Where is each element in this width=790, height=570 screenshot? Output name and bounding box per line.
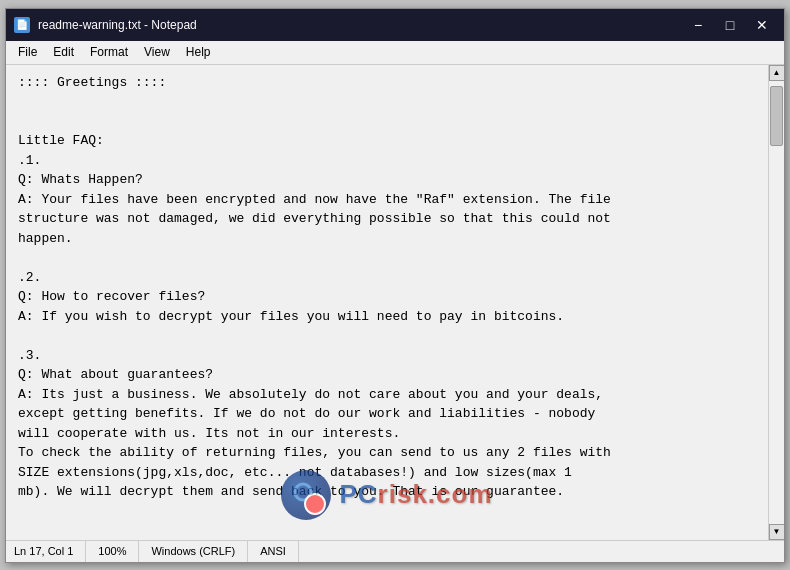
- menu-format[interactable]: Format: [82, 43, 136, 61]
- title-bar: 📄 readme-warning.txt - Notepad − □ ✕: [6, 9, 784, 41]
- scroll-thumb[interactable]: [770, 86, 783, 146]
- menu-bar: File Edit Format View Help: [6, 41, 784, 65]
- status-line-ending: Windows (CRLF): [139, 541, 248, 562]
- menu-help[interactable]: Help: [178, 43, 219, 61]
- maximize-button[interactable]: □: [716, 15, 744, 35]
- menu-view[interactable]: View: [136, 43, 178, 61]
- menu-file[interactable]: File: [10, 43, 45, 61]
- scroll-up-button[interactable]: ▲: [769, 65, 785, 81]
- status-bar: Ln 17, Col 1 100% Windows (CRLF) ANSI: [6, 540, 784, 562]
- notepad-window: 📄 readme-warning.txt - Notepad − □ ✕ Fil…: [5, 8, 785, 563]
- content-wrapper: :::: Greetings :::: Little FAQ: .1. Q: W…: [6, 65, 784, 540]
- status-position: Ln 17, Col 1: [10, 541, 86, 562]
- close-button[interactable]: ✕: [748, 15, 776, 35]
- scrollbar[interactable]: ▲ ▼: [768, 65, 784, 540]
- scroll-down-button[interactable]: ▼: [769, 524, 785, 540]
- scroll-track[interactable]: [769, 81, 784, 524]
- window-title: readme-warning.txt - Notepad: [38, 18, 684, 32]
- status-zoom: 100%: [86, 541, 139, 562]
- text-editor[interactable]: :::: Greetings :::: Little FAQ: .1. Q: W…: [6, 65, 768, 540]
- menu-edit[interactable]: Edit: [45, 43, 82, 61]
- status-encoding: ANSI: [248, 541, 299, 562]
- minimize-button[interactable]: −: [684, 15, 712, 35]
- app-icon: 📄: [14, 17, 30, 33]
- window-controls: − □ ✕: [684, 15, 776, 35]
